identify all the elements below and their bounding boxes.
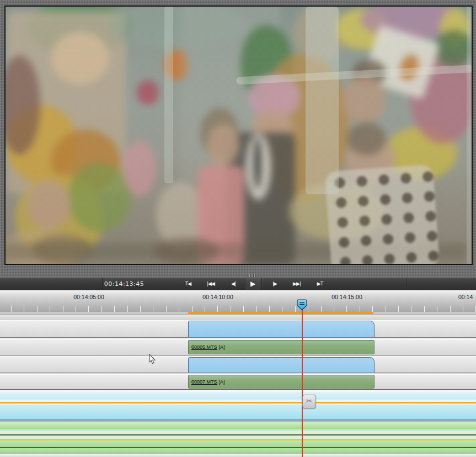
overview-band[interactable]: [0, 454, 476, 457]
ruler-timecode-label: 00:14: [458, 294, 473, 300]
track-v2[interactable]: 00007.MTS[V]: [0, 357, 476, 373]
divider: [406, 278, 407, 290]
haze-overlay: [6, 7, 472, 264]
play-button[interactable]: ▶: [242, 278, 264, 290]
video-preview[interactable]: [4, 6, 473, 265]
go-to-end-button[interactable]: ▶▶|: [286, 278, 308, 290]
clip-label: 00005.MTS[A]: [191, 344, 225, 350]
overview-band[interactable]: [0, 440, 476, 447]
clip-00007-mts-a[interactable]: 00007.MTS[A]: [188, 375, 375, 389]
timecode-display: 00:14:13:45: [102, 278, 146, 290]
cut-tool-icon[interactable]: ✂: [302, 395, 316, 408]
go-to-previous-event-button[interactable]: T◀: [177, 278, 199, 290]
go-to-next-event-button[interactable]: ▶T: [309, 278, 331, 290]
playhead-line[interactable]: [302, 310, 303, 457]
transport-bar: 00:14:13:45 T◀ |◀◀ ◀| ▶ |▶ ▶▶| ▶T: [0, 278, 476, 291]
timeline-overview: [0, 391, 476, 457]
mouse-cursor: [149, 354, 157, 367]
overview-band[interactable]: [0, 392, 476, 400]
ruler-timecode-label: 00:14:05:00: [73, 294, 104, 300]
overview-band[interactable]: [0, 431, 476, 434]
track-a1[interactable]: 00005.MTS[A]: [0, 339, 476, 355]
step-forward-button[interactable]: |▶: [264, 278, 286, 290]
clip-00005-mts-a[interactable]: 00005.MTS[A]: [188, 340, 375, 354]
in-out-range-bar[interactable]: [188, 312, 373, 314]
monitor-panel: [0, 0, 476, 278]
timeline-ruler[interactable]: 00:14:05:00 00:14:10:00 00:14:15:00 00:1…: [0, 290, 476, 312]
overview-band[interactable]: [0, 448, 476, 453]
drag-handle-icon[interactable]: [249, 274, 261, 277]
go-to-start-button[interactable]: |◀◀: [200, 278, 222, 290]
overview-band[interactable]: [0, 422, 476, 429]
overview-band[interactable]: [0, 405, 476, 419]
track-v1[interactable]: 00005.MTS[V]: [0, 320, 476, 337]
ruler-timecode-label: 00:14:10:00: [202, 294, 233, 300]
step-back-button[interactable]: ◀|: [222, 278, 244, 290]
ruler-timecode-label: 00:14:15:00: [331, 294, 362, 300]
track-a2[interactable]: 00007.MTS[A]: [0, 374, 476, 389]
position-marker-icon[interactable]: [297, 299, 307, 313]
clip-label: 00007.MTS[A]: [191, 379, 225, 385]
editor-window: 00:14:13:45 T◀ |◀◀ ◀| ▶ |▶ ▶▶| ▶T 00:14:…: [0, 0, 476, 457]
